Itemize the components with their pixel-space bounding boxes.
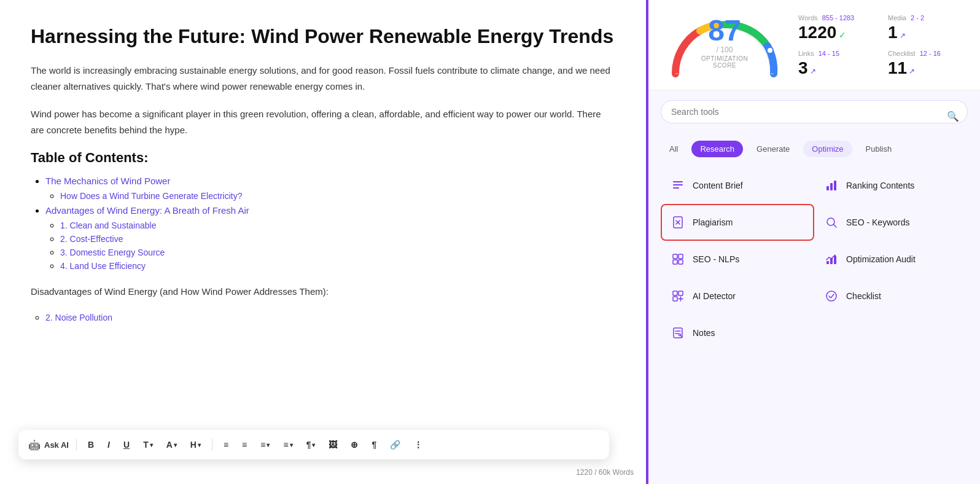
stat-links: Links 14 - 15 3 ↗ (798, 50, 876, 78)
paragraph-2: Wind power has become a significant play… (31, 106, 615, 138)
align-left-button[interactable]: ≡ (220, 437, 232, 452)
italic-button[interactable]: I (104, 437, 114, 452)
tool-seo-keywords-label: SEO - Keywords (846, 217, 909, 227)
tool-notes[interactable]: Notes (661, 314, 814, 351)
optimization-audit-icon (823, 251, 840, 268)
list-item: The Mechanics of Wind Power How Does a W… (45, 176, 615, 201)
link-button[interactable]: 🔗 (386, 437, 404, 452)
stats-grid: Words 855 - 1283 1220✓ Media 2 - 2 1 ↗ L… (798, 14, 965, 78)
stat-words: Words 855 - 1283 1220✓ (798, 14, 876, 42)
list-button[interactable]: ≡ ▾ (257, 437, 273, 452)
tool-ai-detector[interactable]: AI Detector (661, 278, 814, 314)
toc-link-advantages[interactable]: Advantages of Wind Energy: A Breath of F… (45, 205, 249, 216)
list-item: How Does a Wind Turbine Generate Electri… (60, 190, 615, 201)
tool-notes-label: Notes (693, 328, 715, 338)
paragraph-button[interactable]: ¶ ▾ (303, 437, 319, 452)
ask-ai-label: Ask AI (44, 440, 69, 450)
gauge-score: 87 / 100 OPTIMIZATION SCORE (694, 16, 755, 69)
align-center-button[interactable]: ≡ (238, 437, 251, 452)
editor-panel: Harnessing the Future: Wind Power Renewa… (0, 0, 646, 484)
search-input[interactable] (661, 100, 968, 123)
toc-sub-advantages: 1. Clean and Sustainable 2. Cost-Effecti… (45, 220, 615, 271)
toc-link-turbine[interactable]: How Does a Wind Turbine Generate Electri… (60, 191, 242, 201)
list-item: 4. Land Use Efficiency (60, 260, 615, 271)
tool-ranking-contents[interactable]: Ranking Contents (814, 167, 968, 204)
font-size-button[interactable]: A ▾ (163, 437, 181, 452)
tool-seo-nlps[interactable]: SEO - NLPs (661, 241, 814, 278)
image-button[interactable]: 🖼 (325, 437, 341, 452)
tool-seo-keywords[interactable]: SEO - Keywords (814, 204, 968, 241)
filter-research[interactable]: Research (691, 141, 743, 157)
bold-button[interactable]: B (84, 437, 98, 452)
svg-rect-15 (679, 254, 683, 259)
stat-checklist: Checklist 12 - 16 11 ↗ (888, 50, 965, 78)
svg-rect-8 (834, 181, 836, 190)
svg-rect-18 (826, 261, 829, 264)
toc-sub-link-1[interactable]: 1. Clean and Sustainable (60, 221, 156, 230)
heading-button[interactable]: H ▾ (187, 437, 204, 452)
checklist-icon (823, 287, 840, 305)
insert-button[interactable]: ⊕ (347, 437, 362, 452)
svg-rect-23 (673, 297, 677, 301)
more-button[interactable]: ⋮ (410, 437, 426, 452)
svg-rect-5 (673, 187, 679, 189)
filter-publish[interactable]: Publish (857, 141, 901, 157)
ordered-list-button[interactable]: ≡ ▾ (279, 437, 296, 452)
tool-ai-detector-label: AI Detector (693, 291, 736, 301)
svg-rect-16 (673, 260, 677, 264)
filter-all[interactable]: All (661, 141, 686, 157)
tool-content-brief[interactable]: Content Brief (661, 167, 814, 204)
list-item: 1. Clean and Sustainable (60, 220, 615, 231)
seo-keywords-icon (823, 214, 840, 231)
tool-seo-nlps-label: SEO - NLPs (693, 254, 739, 264)
toc-link-mechanics[interactable]: The Mechanics of Wind Power (45, 176, 170, 186)
filter-generate[interactable]: Generate (748, 141, 798, 157)
svg-rect-7 (830, 183, 833, 190)
toc-sub-list: How Does a Wind Turbine Generate Electri… (45, 190, 615, 201)
editor-body[interactable]: The world is increasingly embracing sust… (31, 63, 615, 323)
right-panel: 87 / 100 OPTIMIZATION SCORE Words 855 - … (648, 0, 980, 484)
ai-icon: 🤖 (28, 439, 41, 451)
svg-line-13 (834, 225, 837, 228)
svg-rect-14 (673, 254, 677, 259)
svg-point-0 (767, 47, 773, 53)
underline-button[interactable]: U (120, 437, 133, 452)
tool-optimization-audit-label: Optimization Audit (846, 254, 916, 264)
filter-tabs: All Research Generate Optimize Publish (661, 141, 968, 157)
toc-sub-link-2[interactable]: 2. Cost-Effective (60, 234, 123, 244)
svg-rect-3 (673, 181, 683, 182)
svg-rect-17 (679, 260, 683, 264)
stat-media: Media 2 - 2 1 ↗ (888, 14, 965, 42)
tool-checklist[interactable]: Checklist (814, 278, 968, 314)
toc-sub-link-4[interactable]: 4. Land Use Efficiency (60, 261, 146, 271)
list-item: Advantages of Wind Energy: A Breath of F… (45, 205, 615, 271)
ask-ai-button[interactable]: 🤖 Ask AI (28, 439, 69, 451)
svg-point-26 (826, 291, 836, 301)
paragraph2-button[interactable]: ¶ (368, 437, 380, 452)
list-item: 3. Domestic Energy Source (60, 247, 615, 258)
tool-checklist-label: Checklist (846, 291, 881, 301)
editor-toolbar: 🤖 Ask AI B I U T ▾ A ▾ H ▾ ≡ ≡ ≡ ▾ ≡ ▾ ¶… (18, 430, 609, 459)
toc-noise-link[interactable]: 2. Noise Pollution (45, 313, 112, 322)
score-label: OPTIMIZATION SCORE (694, 55, 755, 69)
list-item: 2. Cost-Effective (60, 233, 615, 244)
tool-optimization-audit[interactable]: Optimization Audit (814, 241, 968, 278)
text-style-button[interactable]: T ▾ (139, 437, 157, 452)
tool-plagiarism-label: Plagiarism (693, 217, 733, 227)
search-wrapper: 🔍 (661, 100, 968, 132)
toc-sub-link-3[interactable]: 3. Domestic Energy Source (60, 248, 165, 257)
toc-list: The Mechanics of Wind Power How Does a W… (31, 176, 615, 271)
score-number: 87 (694, 16, 755, 45)
tool-ranking-label: Ranking Contents (846, 181, 914, 190)
tool-content-brief-label: Content Brief (693, 181, 743, 190)
ranking-icon (823, 177, 840, 194)
svg-rect-6 (826, 186, 829, 190)
tool-plagiarism[interactable]: Plagiarism (661, 204, 814, 241)
toolbar-separator-2 (212, 439, 212, 451)
toc-heading: Table of Contents: (31, 150, 615, 166)
notes-icon (669, 324, 686, 342)
svg-rect-22 (679, 291, 683, 295)
paragraph-1: The world is increasingly embracing sust… (31, 63, 615, 94)
filter-optimize[interactable]: Optimize (803, 141, 852, 157)
svg-rect-21 (673, 291, 677, 295)
